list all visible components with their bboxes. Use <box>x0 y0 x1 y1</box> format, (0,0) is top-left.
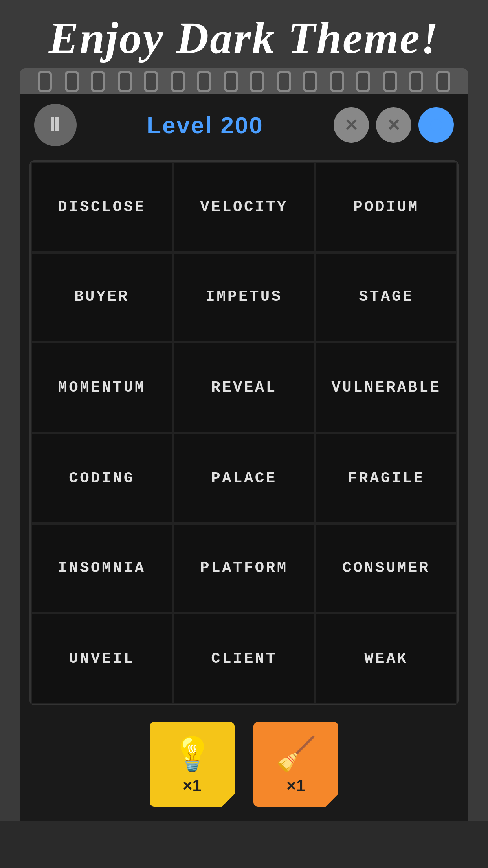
sweep-powerup-icon: 🧹 <box>275 734 317 773</box>
word-label-palace: PALACE <box>211 469 277 487</box>
word-cell-fragile[interactable]: FRAGILE <box>315 433 457 523</box>
word-cell-unveil[interactable]: UNVEIL <box>31 614 173 704</box>
word-cell-podium[interactable]: PODIUM <box>315 162 457 252</box>
spiral-hole <box>197 71 211 92</box>
word-label-velocity: VELOCITY <box>200 198 288 215</box>
pause-icon: ⏸ <box>45 114 66 136</box>
spiral-hole <box>383 71 397 92</box>
spiral-hole <box>436 71 450 92</box>
word-cell-disclose[interactable]: DISCLOSE <box>31 162 173 252</box>
word-cell-buyer[interactable]: BUYER <box>31 252 173 342</box>
word-cell-stage[interactable]: STAGE <box>315 252 457 342</box>
word-label-buyer: BUYER <box>74 288 129 306</box>
word-cell-palace[interactable]: PALACE <box>173 433 315 523</box>
hint-powerup-count: ×1 <box>183 776 202 794</box>
word-label-unveil: UNVEIL <box>69 650 134 668</box>
word-cell-insomnia[interactable]: INSOMNIA <box>31 523 173 614</box>
word-label-reveal: REVEAL <box>211 379 277 396</box>
spiral-hole <box>409 71 424 92</box>
word-grid-container: DISCLOSEVELOCITYPODIUMBUYERIMPETUSSTAGEM… <box>29 160 459 705</box>
x-icon-1: ✕ <box>344 116 358 134</box>
pause-button[interactable]: ⏸ <box>34 104 77 146</box>
spiral-hole <box>356 71 371 92</box>
hint-blue-button[interactable] <box>418 107 454 143</box>
word-label-insomnia: INSOMNIA <box>58 559 145 577</box>
word-label-podium: PODIUM <box>353 198 419 215</box>
title-section: Enjoy Dark Theme! <box>0 0 488 64</box>
sweep-powerup-count: ×1 <box>286 776 305 794</box>
powerups-area: 💡 ×1 🧹 ×1 <box>20 710 468 821</box>
word-cell-vulnerable[interactable]: VULNERABLE <box>315 342 457 433</box>
hint-buttons-group: ✕ ✕ <box>334 107 454 143</box>
header-area: ⏸ Level 200 ✕ ✕ <box>20 94 468 156</box>
spiral-hole <box>91 71 105 92</box>
spiral-hole <box>64 71 79 92</box>
spiral-hole <box>330 71 344 92</box>
spiral-hole <box>171 71 185 92</box>
word-cell-momentum[interactable]: MOMENTUM <box>31 342 173 433</box>
hint-x-button-1[interactable]: ✕ <box>334 107 369 143</box>
word-label-coding: CODING <box>69 469 134 487</box>
sweep-powerup-button[interactable]: 🧹 ×1 <box>253 722 338 807</box>
word-label-stage: STAGE <box>359 288 414 306</box>
word-cell-client[interactable]: CLIENT <box>173 614 315 704</box>
word-cell-platform[interactable]: PLATFORM <box>173 523 315 614</box>
word-label-consumer: CONSUMER <box>342 559 430 577</box>
bottom-dark-area <box>0 821 488 868</box>
hint-powerup-button[interactable]: 💡 ×1 <box>150 722 235 807</box>
word-label-momentum: MOMENTUM <box>58 379 145 396</box>
x-icon-2: ✕ <box>387 116 401 134</box>
blue-dot-icon <box>430 119 442 131</box>
spiral-hole <box>144 71 158 92</box>
notebook-container: ⏸ Level 200 ✕ ✕ DISCLOSEVELOCITYPODIUMBU… <box>20 68 468 821</box>
word-label-platform: PLATFORM <box>200 559 288 577</box>
word-cell-impetus[interactable]: IMPETUS <box>173 252 315 342</box>
spiral-hole <box>38 71 52 92</box>
word-label-weak: WEAK <box>364 650 408 668</box>
spiral-hole <box>224 71 238 92</box>
word-cell-weak[interactable]: WEAK <box>315 614 457 704</box>
word-cell-consumer[interactable]: CONSUMER <box>315 523 457 614</box>
spiral-hole <box>250 71 264 92</box>
word-cell-reveal[interactable]: REVEAL <box>173 342 315 433</box>
spiral-hole <box>303 71 317 92</box>
word-label-disclose: DISCLOSE <box>58 198 145 215</box>
word-grid: DISCLOSEVELOCITYPODIUMBUYERIMPETUSSTAGEM… <box>31 162 457 704</box>
word-cell-coding[interactable]: CODING <box>31 433 173 523</box>
hint-powerup-icon: 💡 <box>172 734 213 773</box>
word-label-impetus: IMPETUS <box>205 288 282 306</box>
spiral-hole <box>117 71 132 92</box>
app-title: Enjoy Dark Theme! <box>49 13 440 63</box>
level-label: Level 200 <box>147 112 263 139</box>
spiral-binding <box>20 68 468 94</box>
word-cell-velocity[interactable]: VELOCITY <box>173 162 315 252</box>
spiral-hole <box>277 71 291 92</box>
word-label-vulnerable: VULNERABLE <box>331 379 441 396</box>
hint-x-button-2[interactable]: ✕ <box>376 107 411 143</box>
word-label-fragile: FRAGILE <box>348 469 424 487</box>
word-label-client: CLIENT <box>211 650 277 668</box>
